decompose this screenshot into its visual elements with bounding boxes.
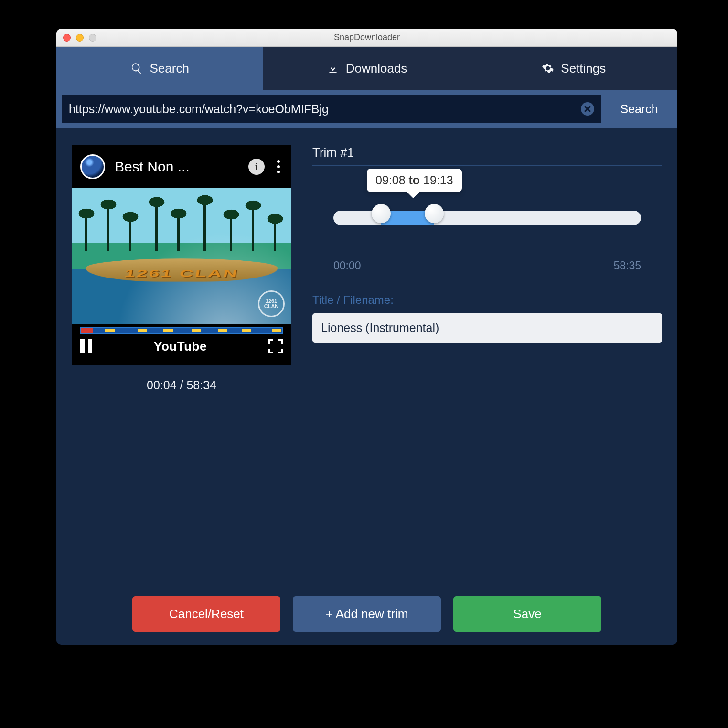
trim-range: 09:08 to 19:13 <box>333 193 641 251</box>
content-columns: Best Non ... i <box>72 145 662 587</box>
trim-from-value: 09:08 <box>375 173 406 187</box>
chapter-marker[interactable] <box>138 329 147 332</box>
scene-palms <box>72 199 291 251</box>
video-frame[interactable]: 1261 CLAN 1261 CLAN <box>72 188 291 324</box>
trim-to-word: to <box>409 173 420 187</box>
chapter-marker[interactable] <box>272 329 281 332</box>
x-icon <box>584 106 591 112</box>
trim-tooltip: 09:08 to 19:13 <box>367 169 462 192</box>
chapter-marker[interactable] <box>242 329 251 332</box>
fullscreen-button[interactable] <box>268 339 283 353</box>
trim-handle-start[interactable] <box>372 204 391 223</box>
preview-panel: Best Non ... i <box>72 145 291 587</box>
info-icon[interactable]: i <box>248 159 265 175</box>
watermark-icon: 1261 CLAN <box>258 290 285 317</box>
playback-time: 00:04 / 58:34 <box>72 378 291 392</box>
tab-settings-label: Settings <box>561 61 606 76</box>
player-header: Best Non ... i <box>72 145 291 188</box>
url-input[interactable] <box>69 102 581 116</box>
youtube-logo[interactable]: YouTube <box>154 339 207 354</box>
chapter-marker[interactable] <box>105 329 115 332</box>
channel-avatar[interactable] <box>80 154 105 179</box>
main-tabs: Search Downloads Settings <box>56 47 677 90</box>
save-button[interactable]: Save <box>453 596 601 632</box>
download-icon <box>327 62 339 75</box>
filename-input[interactable] <box>312 313 662 343</box>
chapter-marker[interactable] <box>218 329 227 332</box>
tab-settings[interactable]: Settings <box>471 47 677 90</box>
window-title: SnapDownloader <box>56 32 677 43</box>
player-controls-bar: YouTube <box>72 324 291 365</box>
cancel-button[interactable]: Cancel/Reset <box>132 596 280 632</box>
tab-search[interactable]: Search <box>56 47 263 90</box>
tab-search-label: Search <box>150 61 189 76</box>
search-icon <box>130 62 143 75</box>
tab-downloads[interactable]: Downloads <box>263 47 470 90</box>
gear-icon <box>542 62 554 75</box>
app-window: SnapDownloader Search Downloads Settings… <box>56 29 677 645</box>
footer-buttons: Cancel/Reset + Add new trim Save <box>72 596 662 632</box>
titlebar: SnapDownloader <box>56 29 677 47</box>
trim-to-value: 19:13 <box>423 173 453 187</box>
trim-end-label: 58:35 <box>613 259 641 272</box>
trim-range-labels: 00:00 58:35 <box>312 259 662 272</box>
chapter-marker[interactable] <box>163 329 173 332</box>
trim-handle-end[interactable] <box>425 204 444 223</box>
video-title: Best Non ... <box>115 159 239 175</box>
search-row: Search <box>56 90 677 128</box>
trim-start-label: 00:00 <box>333 259 361 272</box>
trim-heading: Trim #1 <box>312 145 662 166</box>
clear-url-button[interactable] <box>581 102 594 116</box>
url-input-wrap <box>62 95 601 123</box>
main-body: Best Non ... i <box>56 128 677 645</box>
video-player[interactable]: Best Non ... i <box>72 145 291 365</box>
more-menu-icon[interactable] <box>274 160 283 173</box>
pause-button[interactable] <box>80 339 92 353</box>
filename-label: Title / Filename: <box>312 293 662 307</box>
search-button[interactable]: Search <box>601 90 677 128</box>
seek-played <box>81 328 93 333</box>
scene-text: 1261 CLAN <box>72 268 291 279</box>
add-trim-button[interactable]: + Add new trim <box>293 596 441 632</box>
seek-bar[interactable] <box>80 327 283 334</box>
trim-panel: Trim #1 09:08 to 19:13 00:00 58:35 <box>312 145 662 587</box>
chapter-marker[interactable] <box>192 329 201 332</box>
tab-downloads-label: Downloads <box>346 61 407 76</box>
